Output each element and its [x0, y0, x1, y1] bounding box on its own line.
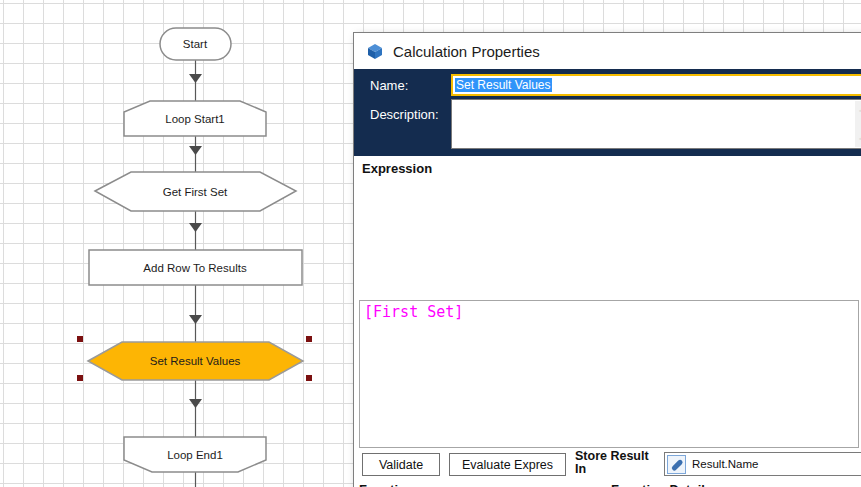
name-label: Name:: [370, 78, 408, 93]
selection-handle[interactable]: [306, 336, 312, 342]
flowchart-canvas: Start Loop Start1 Get First Set Add Row …: [0, 0, 861, 487]
dialog-titlebar[interactable]: Calculation Properties: [354, 33, 861, 69]
node-label: Start: [183, 38, 208, 50]
name-input[interactable]: Set Result Values: [451, 74, 861, 96]
function-detail-label: Function Detail: [611, 482, 705, 487]
node-label: Get First Set: [163, 186, 228, 198]
node-label: Set Result Values: [150, 355, 241, 367]
validate-button[interactable]: Validate: [362, 453, 440, 476]
node-label: Loop Start1: [165, 113, 224, 125]
expression-editor[interactable]: [First Set]: [359, 300, 859, 448]
calculation-properties-dialog: Calculation Properties Name: Set Result …: [353, 32, 861, 487]
selection-handle[interactable]: [77, 375, 83, 381]
description-label: Description:: [370, 107, 439, 122]
selection-handle[interactable]: [306, 375, 312, 381]
expression-text: [First Set]: [364, 303, 463, 321]
arrowhead-icon: [189, 74, 202, 83]
store-result-in-label: Store Result In: [575, 450, 659, 476]
evaluate-expression-button[interactable]: Evaluate Expres: [449, 453, 566, 476]
arrowhead-icon: [189, 223, 202, 232]
eraser-icon: [667, 455, 686, 474]
store-result-input[interactable]: Result.Name: [664, 452, 861, 476]
expression-label: Expression: [362, 161, 432, 176]
node-label: Loop End1: [167, 449, 223, 461]
name-input-selected-text: Set Result Values: [455, 78, 552, 92]
node-label: Add Row To Results: [143, 262, 247, 274]
cube-icon: [366, 43, 384, 60]
dialog-header-panel: Name: Set Result Values Description: › ›: [354, 69, 861, 156]
arrowhead-icon: [189, 399, 202, 408]
arrowhead-icon: [189, 315, 202, 324]
selection-handle[interactable]: [77, 336, 83, 342]
description-scrollbar[interactable]: › ›: [855, 101, 861, 147]
functions-label: Functions: [359, 482, 421, 487]
arrowhead-icon: [189, 146, 202, 155]
dialog-title: Calculation Properties: [393, 43, 540, 60]
store-result-value: Result.Name: [692, 458, 758, 470]
description-input[interactable]: › ›: [451, 99, 861, 149]
